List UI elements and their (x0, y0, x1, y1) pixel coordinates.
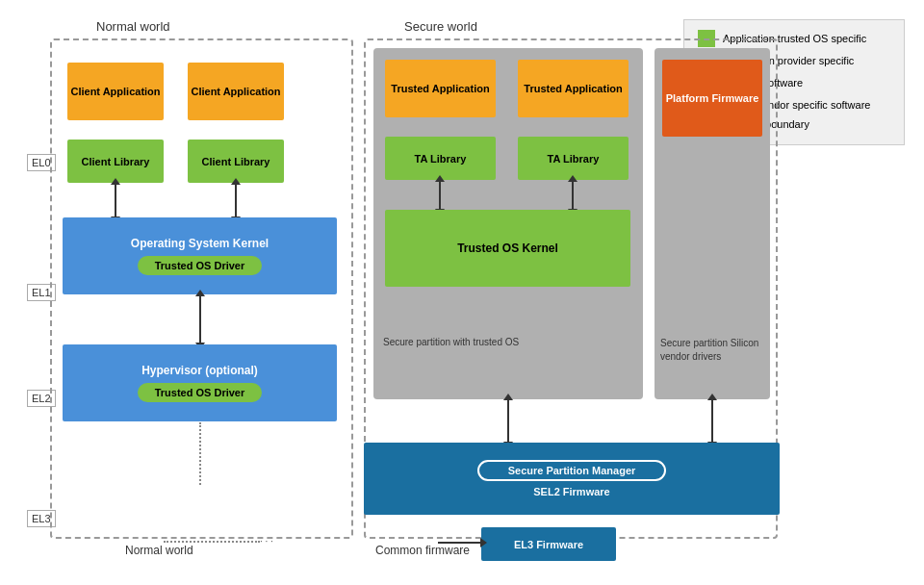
diagram-container: Normal world Secure world Application tr… (0, 0, 924, 585)
dotted-normal-common (164, 541, 260, 543)
arrow-platform-fw-to-sel2 (711, 399, 713, 443)
secure-partition-silicon-label: Secure partition Silicon vendor drivers (660, 337, 770, 364)
ta-lib-1-block: TA Library (385, 137, 496, 180)
arrow-dotted-label: · · · (260, 536, 273, 547)
arrow-common-to-el3 (438, 542, 481, 544)
common-firmware-label: Common firmware (375, 544, 470, 557)
client-app-2-block: Client Application (188, 63, 284, 120)
secure-world-label: Secure world (404, 19, 477, 34)
platform-firmware-block: Platform Firmware (662, 60, 762, 137)
client-lib-2-block: Client Library (188, 140, 284, 183)
sel2-block: Secure Partition Manager SEL2 Firmware (364, 443, 780, 515)
arrow-lib2-os (235, 184, 237, 217)
client-app-1-block: Client Application (67, 63, 164, 120)
client-lib-1-block: Client Library (67, 140, 164, 183)
trusted-os-driver-1-block: Trusted OS Driver (138, 256, 263, 275)
trusted-app-2-block: Trusted Application (518, 60, 629, 117)
el3-firmware-block: EL3 Firmware (481, 527, 616, 561)
normal-world-label-top: Normal world (96, 19, 170, 34)
secure-partition-trusted-label: Secure partition with trusted OS (383, 337, 519, 347)
os-kernel-block: Operating System Kernel Trusted OS Drive… (63, 217, 337, 294)
dotted-arrow-hypervisor-el3 (199, 422, 201, 485)
trusted-app-1-block: Trusted Application (385, 60, 496, 117)
arrow-os-hypervisor (199, 295, 201, 343)
trusted-os-driver-2-block: Trusted OS Driver (138, 383, 263, 402)
hypervisor-block: Hypervisor (optional) Trusted OS Driver (63, 344, 337, 421)
arrow-trusted-os-to-sel2 (507, 399, 509, 443)
ta-lib-2-block: TA Library (518, 137, 629, 180)
sel2-label: SEL2 Firmware (533, 486, 609, 497)
secure-partition-manager-block: Secure Partition Manager (477, 460, 667, 481)
trusted-os-kernel-block: Trusted OS Kernel (385, 210, 630, 287)
secure-partition-trusted-container: Trusted Application Trusted Application … (373, 48, 643, 399)
arrow-talib1-oskernel (439, 181, 441, 210)
secure-partition-silicon-container: Platform Firmware Secure partition Silic… (654, 48, 770, 399)
normal-world-label-bottom: Normal world (125, 544, 193, 557)
arrow-lib1-os (115, 184, 116, 217)
arrow-talib2-oskernel (572, 181, 574, 210)
